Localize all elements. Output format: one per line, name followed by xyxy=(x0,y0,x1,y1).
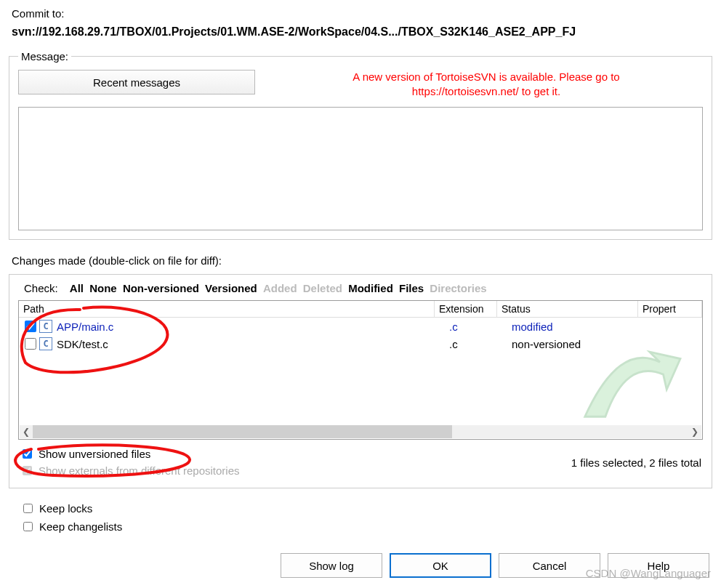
row-checkbox[interactable] xyxy=(25,338,36,350)
changes-made-label: Changes made (double-click on file for d… xyxy=(12,254,712,267)
show-externals-label: Show externals from different repositori… xyxy=(39,464,240,477)
show-unversioned-input[interactable] xyxy=(23,449,32,459)
message-legend: Message: xyxy=(18,50,71,63)
col-property[interactable]: Propert xyxy=(638,301,702,317)
recent-messages-button[interactable]: Recent messages xyxy=(18,70,255,94)
file-list-header: Path Extension Status Propert xyxy=(19,301,702,318)
col-status[interactable]: Status xyxy=(497,301,638,317)
keep-changelists-checkbox[interactable]: Keep changelists xyxy=(20,520,712,533)
keep-changelists-input[interactable] xyxy=(23,522,33,531)
check-files[interactable]: Files xyxy=(399,282,424,294)
table-row[interactable]: CAPP/main.c.cmodified xyxy=(19,318,702,335)
keep-changelists-label: Keep changelists xyxy=(39,520,122,533)
row-extension: .c xyxy=(449,321,512,333)
row-status: non-versioned xyxy=(512,338,653,350)
check-label: Check: xyxy=(24,282,58,294)
keep-locks-checkbox[interactable]: Keep locks xyxy=(20,502,712,515)
update-notice-line2: https://tortoisesvn.net/ to get it. xyxy=(412,85,560,97)
bottom-options: Keep locks Keep changelists xyxy=(20,502,712,533)
c-file-icon: C xyxy=(39,320,52,333)
commit-dialog: Commit to: svn://192.168.29.71/TBOX/01.P… xyxy=(0,0,721,542)
table-row[interactable]: CSDK/test.c.cnon-versioned xyxy=(19,335,702,353)
selection-stats: 1 files selected, 2 files total xyxy=(571,456,701,469)
scroll-right-icon[interactable]: ❯ xyxy=(688,427,701,437)
check-modified[interactable]: Modified xyxy=(348,282,393,294)
show-externals-input xyxy=(23,466,32,475)
check-directories: Directories xyxy=(430,282,486,294)
show-unversioned-label: Show unversioned files xyxy=(39,448,150,460)
check-all[interactable]: All xyxy=(70,282,84,294)
col-extension[interactable]: Extension xyxy=(435,301,497,317)
check-deleted: Deleted xyxy=(303,282,342,294)
commit-url: svn://192.168.29.71/TBOX/01.Projects/01.… xyxy=(12,25,712,39)
check-added: Added xyxy=(263,282,297,294)
cancel-button[interactable]: Cancel xyxy=(499,553,600,578)
row-checkbox[interactable] xyxy=(25,321,36,332)
row-extension: .c xyxy=(449,338,512,350)
check-none[interactable]: None xyxy=(89,282,117,294)
row-path: SDK/test.c xyxy=(57,338,449,350)
check-versioned[interactable]: Versioned xyxy=(205,282,257,294)
button-bar: Show log OK Cancel Help xyxy=(281,553,709,578)
show-log-button[interactable]: Show log xyxy=(281,553,382,578)
update-notice-line1: A new version of TortoiseSVN is availabl… xyxy=(353,71,619,83)
file-list[interactable]: Path Extension Status Propert CAPP/main.… xyxy=(18,300,703,440)
message-group: Message: Recent messages A new version o… xyxy=(9,50,712,240)
keep-locks-input[interactable] xyxy=(23,504,33,513)
show-unversioned-checkbox[interactable]: Show unversioned files xyxy=(20,447,240,461)
changes-group: Check: All None Non-versioned Versioned … xyxy=(9,274,712,488)
update-notice: A new version of TortoiseSVN is availabl… xyxy=(284,70,703,98)
check-nonversioned[interactable]: Non-versioned xyxy=(123,282,199,294)
check-filter-row: Check: All None Non-versioned Versioned … xyxy=(24,282,703,294)
message-textarea[interactable] xyxy=(18,107,703,230)
row-path: APP/main.c xyxy=(57,321,449,333)
ok-button[interactable]: OK xyxy=(390,553,491,578)
col-path[interactable]: Path xyxy=(19,301,435,317)
c-file-icon: C xyxy=(39,337,52,350)
scroll-left-icon[interactable]: ❮ xyxy=(20,427,33,437)
help-button[interactable]: Help xyxy=(608,553,709,578)
commit-to-label: Commit to: xyxy=(12,7,712,20)
row-status: modified xyxy=(512,321,653,333)
show-externals-checkbox: Show externals from different repositori… xyxy=(20,464,240,478)
keep-locks-label: Keep locks xyxy=(39,502,92,515)
horizontal-scrollbar[interactable]: ❮ ❯ xyxy=(20,425,701,438)
